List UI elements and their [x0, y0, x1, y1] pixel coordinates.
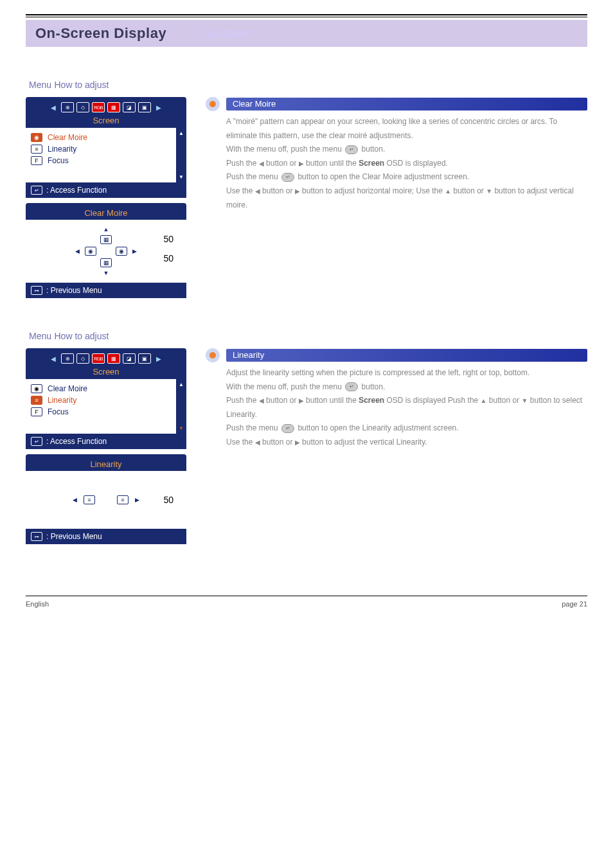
title-screen: Screen — [205, 25, 252, 41]
osd-tab-label: Screen — [26, 367, 186, 376]
scroll-arrows: ▲ ▼ — [176, 379, 186, 434]
content-row-2: ◀ ⊕ ◇ RGB ▦ ◪ ▣ ▶ Screen ◉ Clear Moire ≡… — [26, 348, 587, 544]
h-moire-icon: ◉ — [116, 247, 127, 256]
osd-top-icons: ◀ ⊕ ◇ RGB ▦ ◪ ▣ ▶ — [26, 100, 186, 114]
focus-icon: F — [31, 156, 42, 165]
osd-footer: ↵ : Access Function — [26, 182, 186, 198]
linearity-right-icon: ≡ — [117, 495, 129, 504]
menu-item-focus: F Focus — [31, 406, 181, 418]
menu-anchor: Menu — [29, 80, 51, 90]
menu-item-label: Linearity — [48, 145, 76, 154]
linearity-icon: ≡ — [31, 145, 42, 154]
down-triangle-icon: ▼ — [522, 397, 528, 404]
scroll-down-icon: ▼ — [176, 174, 186, 180]
page-header: On-Screen Display Screen — [26, 14, 587, 47]
menu-how-to: How to adjust — [54, 80, 109, 90]
bullet-icon — [206, 97, 220, 111]
geometry-icon: ◇ — [76, 353, 89, 364]
exit-icon: ↦ — [31, 532, 42, 541]
osd-menu-list: ◉ Clear Moire ≡ Linearity F Focus ▲ ▼ — [26, 379, 186, 434]
left-triangle-icon: ◀ — [259, 160, 264, 167]
menu-item-label: Clear Moire — [48, 384, 87, 393]
right-arrow-icon: ▶ — [132, 248, 137, 254]
osd-menu-list: ◉ Clear Moire ≡ Linearity F Focus ▲ ▼ — [26, 128, 186, 182]
footer-language: English — [26, 600, 49, 608]
v-moire-icon: ▦ — [100, 235, 112, 244]
menu-item-linearity: ≡ Linearity — [31, 143, 181, 155]
pip-icon: ▣ — [138, 353, 151, 364]
arrow-left-icon: ◀ — [51, 355, 56, 362]
menu-item-label: Focus — [48, 407, 69, 416]
osd-sub-title: Clear Moire — [26, 206, 186, 220]
h-moire-icon: ◉ — [85, 247, 96, 256]
scroll-arrows: ▲ ▼ — [176, 128, 186, 182]
bullet-icon — [206, 348, 220, 362]
osd-sub-footer: ↦ : Previous Menu — [26, 283, 186, 298]
desc-title: Linearity — [226, 349, 271, 361]
menu-anchor: Menu — [29, 331, 51, 341]
osd-sub-panel: Linearity ◀ ≡ ≡ ▶ 50 ↦ : Previous Menu — [26, 454, 186, 544]
right-triangle-icon: ▶ — [295, 188, 300, 195]
position-icon: ⊕ — [61, 102, 74, 112]
rgb-icon: RGB — [92, 353, 105, 364]
adjust-cross: ▲ ▦ ◀ ◉ ◉ ▶ ▦ ▼ — [31, 226, 181, 276]
osd-stack: ◀ ⊕ ◇ RGB ▦ ◪ ▣ ▶ Screen ◉ Clear Moire ≡… — [26, 348, 186, 544]
right-arrow-icon: ▶ — [135, 497, 139, 503]
osd-main-panel: ◀ ⊕ ◇ RGB ▦ ◪ ▣ ▶ Screen ◉ Clear Moire ≡… — [26, 97, 186, 198]
right-triangle-icon: ▶ — [299, 397, 304, 404]
main-title: On-Screen Display — [35, 25, 166, 42]
screen-tab-icon: ▦ — [107, 353, 120, 364]
down-arrow-icon: ▼ — [103, 270, 109, 276]
osd-stack: ◀ ⊕ ◇ RGB ▦ ◪ ▣ ▶ Screen ◉ Clear Moire ≡… — [26, 97, 186, 298]
desc-text: A "moiré" pattern can appear on your scr… — [226, 115, 587, 212]
position-icon: ⊕ — [61, 353, 74, 364]
description-column: Linearity Adjust the linearity setting w… — [206, 348, 587, 450]
enter-button-icon: ↵ — [281, 424, 294, 433]
down-triangle-icon: ▼ — [486, 188, 492, 195]
v-moire-icon: ▦ — [100, 258, 112, 267]
previous-menu-label: : Previous Menu — [46, 286, 102, 295]
description-column: Clear Moire A "moiré" pattern can appear… — [206, 97, 587, 212]
osd-sub-footer: ↦ : Previous Menu — [26, 529, 186, 544]
title-right-wrap: Screen — [166, 25, 578, 42]
left-arrow-icon: ◀ — [75, 248, 80, 254]
scroll-up-icon: ▲ — [176, 130, 186, 136]
title-section: On-Screen Display Screen — [26, 20, 587, 47]
value-vertical: 50 — [163, 253, 173, 263]
enter-button-icon: ↵ — [281, 173, 294, 182]
up-arrow-icon: ▲ — [103, 226, 109, 233]
menu-item-clear-moire: ◉ Clear Moire — [31, 132, 181, 143]
footer-page: page 21 — [562, 600, 587, 608]
right-triangle-icon: ▶ — [299, 160, 304, 167]
desc-header: Clear Moire — [206, 97, 587, 111]
desc-text: Adjust the linearity setting when the pi… — [226, 366, 587, 450]
desc-title: Clear Moire — [226, 98, 282, 110]
enter-button-icon: ↵ — [345, 145, 358, 154]
left-arrow-icon: ◀ — [73, 497, 77, 503]
content-row-1: ◀ ⊕ ◇ RGB ▦ ◪ ▣ ▶ Screen ◉ Clear Moire ≡… — [26, 97, 587, 298]
access-function-label: : Access Function — [46, 186, 107, 195]
pip-icon: ▣ — [138, 102, 151, 112]
arrow-right-icon: ▶ — [156, 104, 161, 111]
left-triangle-icon: ◀ — [255, 439, 260, 446]
menu-item-linearity: ≡ Linearity — [31, 394, 181, 406]
osd-sub-body: ▲ ▦ ◀ ◉ ◉ ▶ ▦ ▼ 50 50 — [26, 220, 186, 283]
section-label: Menu How to adjust — [29, 330, 587, 342]
moire-icon: ◉ — [31, 133, 42, 142]
desc-title-bar: Linearity — [226, 349, 587, 362]
exit-icon: ↦ — [31, 286, 42, 295]
left-triangle-icon: ◀ — [259, 397, 264, 404]
osd-sub-title: Linearity — [26, 457, 186, 471]
osd-sub-panel: Clear Moire ▲ ▦ ◀ ◉ ◉ ▶ ▦ ▼ 50 50 — [26, 203, 186, 298]
scroll-up-icon: ▲ — [176, 382, 186, 387]
page-footer: English page 21 — [26, 596, 587, 612]
value-linearity: 50 — [163, 495, 173, 505]
footer-content: English page 21 — [26, 596, 587, 612]
arrow-left-icon: ◀ — [51, 104, 56, 111]
arrow-right-icon: ▶ — [156, 355, 161, 362]
right-triangle-icon: ▶ — [295, 439, 300, 446]
up-triangle-icon: ▲ — [481, 397, 487, 404]
rgb-icon: RGB — [92, 102, 105, 112]
linearity-icon: ≡ — [31, 396, 42, 405]
osd-footer: ↵ : Access Function — [26, 434, 186, 449]
